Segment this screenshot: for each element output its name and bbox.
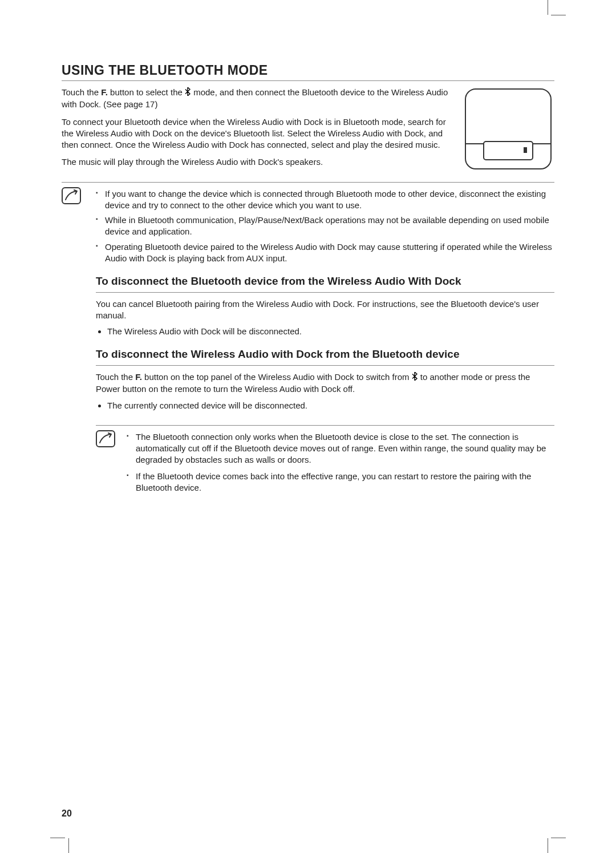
subsection-disconnect-dock: To disconnect the Wireless Audio with Do… (96, 347, 554, 494)
f-button-label: F. (135, 372, 142, 382)
bullet-item: The currently connected device will be d… (107, 400, 554, 411)
bullet-item: The Wireless Audio with Dock will be dis… (107, 326, 554, 337)
intro-paragraph-2: To connect your Bluetooth device when th… (62, 116, 451, 151)
note-item: While in Bluetooth communication, Play/P… (96, 215, 554, 238)
intro-paragraph-1: Touch the F. button to select the mode, … (62, 87, 451, 111)
note-icon (96, 430, 115, 447)
intro-text: Touch the F. button to select the mode, … (62, 87, 451, 174)
note-list-2: The Bluetooth connection only works when… (127, 431, 554, 494)
intro-paragraph-3: The music will play through the Wireless… (62, 156, 451, 168)
manual-page: USING THE BLUETOOTH MODE Touch the F. bu… (0, 0, 616, 853)
note-list-1: If you want to change the device which i… (96, 188, 554, 265)
bluetooth-icon (412, 372, 418, 383)
svg-rect-5 (96, 431, 115, 447)
note-item: Operating Bluetooth device paired to the… (96, 241, 554, 265)
subsection-title: To disconnect the Wireless Audio with Do… (96, 347, 554, 366)
svg-rect-3 (524, 147, 527, 153)
svg-rect-4 (62, 188, 80, 204)
subsection-body: Touch the F. button on the top panel of … (96, 371, 554, 411)
note-block-1: If you want to change the device which i… (62, 182, 554, 265)
subsection-body: You can cancel Bluetooth pairing from th… (96, 298, 554, 338)
page-number: 20 (62, 808, 72, 819)
bullet-list: The currently connected device will be d… (107, 400, 554, 411)
f-button-label: F. (101, 87, 108, 97)
bullet-list: The Wireless Audio with Dock will be dis… (107, 326, 554, 337)
note-item: The Bluetooth connection only works when… (127, 431, 554, 466)
subsection-disconnect-device: To disconnect the Bluetooth device from … (96, 274, 554, 337)
subsection-paragraph: Touch the F. button on the top panel of … (96, 371, 554, 395)
subsection-title: To disconnect the Bluetooth device from … (96, 274, 554, 293)
note-block-2: The Bluetooth connection only works when… (96, 425, 554, 494)
note-item: If you want to change the device which i… (96, 188, 554, 212)
section-heading: USING THE BLUETOOTH MODE (62, 63, 554, 81)
bluetooth-icon (185, 87, 191, 99)
note-item: If the Bluetooth device comes back into … (127, 471, 554, 494)
device-illustration (462, 87, 554, 172)
subsection-paragraph: You can cancel Bluetooth pairing from th… (96, 298, 554, 322)
note-icon (62, 187, 81, 204)
intro-block: Touch the F. button to select the mode, … (62, 87, 554, 174)
